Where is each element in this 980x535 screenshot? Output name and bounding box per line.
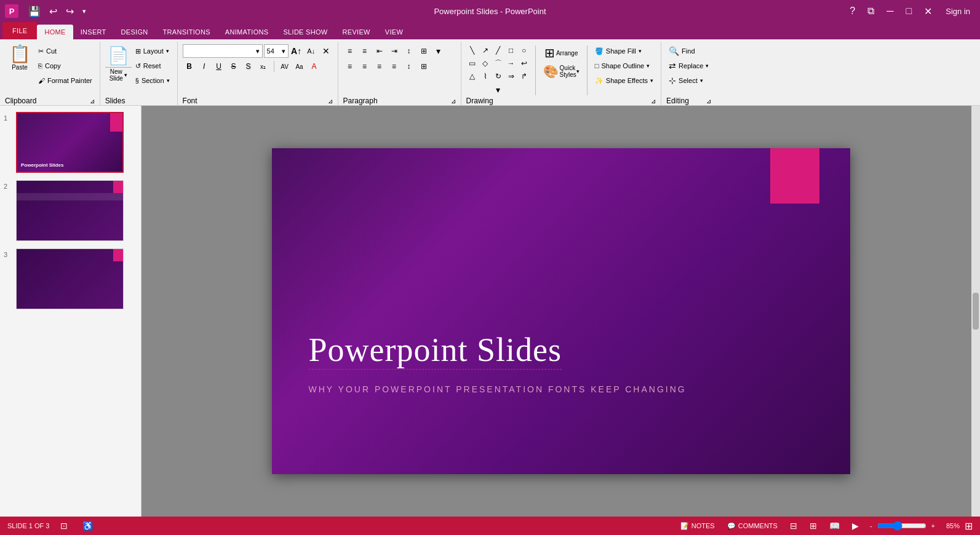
align-left-button[interactable]: ≡: [343, 60, 357, 73]
columns-button[interactable]: ⊞: [417, 44, 431, 58]
italic-button[interactable]: I: [197, 60, 211, 73]
notes-button[interactable]: 📝 NOTES: [677, 521, 719, 531]
replace-button[interactable]: ⇄ Replace ▾: [666, 59, 711, 73]
slide-sorter-button[interactable]: ⊞: [806, 520, 821, 532]
smart-art-button[interactable]: ⊞: [417, 60, 431, 73]
shadow-button[interactable]: S: [242, 60, 255, 73]
cut-button[interactable]: ✂ Cut: [36, 44, 95, 58]
shape4-tool[interactable]: ⌇: [479, 70, 492, 82]
tab-design[interactable]: DESIGN: [114, 25, 156, 39]
reset-button[interactable]: ↺ Reset: [133, 59, 172, 73]
quick-styles-button[interactable]: 🎨 QuickStyles ▾: [541, 63, 582, 80]
redo-button[interactable]: ↪: [63, 4, 76, 18]
tab-view[interactable]: VIEW: [378, 25, 410, 39]
slide-subtitle[interactable]: WHY YOUR POWERPOINT PRESENTATION FONTS K…: [309, 384, 687, 394]
text-direction-button[interactable]: ↕: [402, 60, 416, 73]
new-slide-icon-area[interactable]: 📄: [105, 44, 132, 68]
help-button[interactable]: ?: [846, 4, 859, 18]
numbering-button[interactable]: ≡: [358, 44, 372, 58]
underline-button[interactable]: U: [212, 60, 226, 73]
line-tool[interactable]: ╲: [466, 44, 479, 57]
slide-view-normal[interactable]: ⊡: [57, 520, 71, 532]
shape6-tool[interactable]: ⇒: [505, 70, 517, 82]
fit-slide-button[interactable]: ⊞: [965, 520, 973, 532]
zoom-slider[interactable]: [877, 521, 926, 531]
sign-in-label[interactable]: Sign in: [941, 4, 975, 18]
clear-format-button[interactable]: ✕: [319, 44, 333, 58]
section-button[interactable]: § Section ▾: [133, 74, 172, 87]
shape-dropdown[interactable]: ▾: [466, 83, 530, 97]
accessibility-button[interactable]: ♿: [79, 520, 97, 532]
scroll-thumb[interactable]: [973, 293, 979, 330]
font-expand[interactable]: ⊿: [328, 98, 333, 105]
font-size-arrow[interactable]: ▾: [282, 47, 285, 55]
increase-font-button[interactable]: A↑: [290, 44, 303, 58]
arrow-tool[interactable]: ↗: [479, 44, 492, 57]
tab-review[interactable]: REVIEW: [335, 25, 378, 39]
line-spacing-button[interactable]: ↕: [402, 44, 416, 58]
new-slide-arrow[interactable]: ▾: [124, 72, 127, 78]
circle-tool[interactable]: ○: [518, 44, 530, 57]
font-color-button[interactable]: A: [308, 60, 321, 73]
new-slide-label[interactable]: New Slide ▾: [108, 68, 129, 82]
font-case-button[interactable]: Aa: [293, 60, 306, 73]
zoom-plus[interactable]: +: [931, 522, 935, 529]
font-name-arrow[interactable]: ▾: [256, 47, 260, 55]
align-center-button[interactable]: ≡: [358, 60, 372, 73]
reading-view-button[interactable]: 📖: [826, 520, 843, 532]
normal-view-button[interactable]: ⊟: [786, 520, 801, 532]
rect2-tool[interactable]: ▭: [466, 57, 479, 69]
bullets-button[interactable]: ≡: [343, 44, 357, 58]
bold-button[interactable]: B: [183, 60, 196, 73]
shape-fill-button[interactable]: 🪣 Shape Fill ▾: [592, 44, 656, 58]
slide-thumb-3[interactable]: [16, 248, 124, 309]
slide-item-2[interactable]: 2: [2, 179, 138, 242]
save-button[interactable]: 💾: [26, 4, 43, 18]
editing-expand[interactable]: ⊿: [706, 98, 711, 105]
format-painter-button[interactable]: 🖌 Format Painter: [36, 74, 95, 87]
slide-item-1[interactable]: 1 Powerpoint Slides: [2, 111, 138, 174]
tab-slideshow[interactable]: SLIDE SHOW: [276, 25, 335, 39]
shape7-tool[interactable]: ↱: [518, 70, 530, 82]
tab-insert[interactable]: INSERT: [73, 25, 114, 39]
tab-home[interactable]: HOME: [37, 25, 73, 39]
maximize-button[interactable]: □: [902, 4, 916, 18]
arrow3-tool[interactable]: ↩: [518, 57, 530, 69]
paste-button[interactable]: 📋 Paste: [5, 44, 34, 72]
new-slide-button[interactable]: 📄 New Slide ▾: [105, 44, 132, 82]
slide-main-title[interactable]: Powerpoint Slides: [309, 331, 562, 370]
diamond-tool[interactable]: ◇: [479, 57, 492, 69]
arrow2-tool[interactable]: →: [505, 57, 517, 69]
shape-outline-button[interactable]: □ Shape Outline ▾: [592, 59, 656, 73]
tab-animations[interactable]: ANIMATIONS: [218, 25, 276, 39]
layout-button[interactable]: ⊞ Layout ▾: [133, 44, 172, 58]
slideshow-button[interactable]: ▶: [848, 520, 862, 532]
paragraph-expand[interactable]: ⊿: [451, 98, 456, 105]
rect-tool[interactable]: □: [505, 44, 517, 57]
shape3-tool[interactable]: △: [466, 70, 479, 82]
clipboard-expand[interactable]: ⊿: [90, 98, 95, 105]
inc-indent-button[interactable]: ⇥: [388, 44, 401, 58]
tab-transitions[interactable]: TRANSITIONS: [156, 25, 218, 39]
customize-button[interactable]: ▾: [80, 6, 89, 17]
drawing-expand[interactable]: ⊿: [651, 98, 656, 105]
shape-effects-button[interactable]: ✨ Shape Effects ▾: [592, 74, 656, 87]
copy-button[interactable]: ⎘ Copy: [36, 59, 95, 73]
quick-styles-arrow[interactable]: ▾: [576, 68, 580, 74]
font-name-input[interactable]: ▾: [183, 44, 263, 58]
arc-tool[interactable]: ⌒: [492, 57, 504, 69]
vertical-scrollbar[interactable]: [971, 106, 980, 517]
comments-button[interactable]: 💬 COMMENTS: [723, 521, 781, 531]
line2-tool[interactable]: ╱: [492, 44, 504, 57]
align-right-button[interactable]: ≡: [373, 60, 386, 73]
undo-button[interactable]: ↩: [47, 4, 60, 18]
dec-indent-button[interactable]: ⇤: [373, 44, 386, 58]
para-dropdown[interactable]: ▾: [432, 44, 445, 58]
char-spacing-button[interactable]: AV: [278, 60, 292, 73]
strikethrough-button[interactable]: S: [227, 60, 241, 73]
zoom-minus[interactable]: -: [870, 522, 872, 529]
shape5-tool[interactable]: ↻: [492, 70, 504, 82]
slide-thumb-2[interactable]: [16, 180, 124, 241]
select-button[interactable]: ⊹ Select ▾: [666, 74, 706, 87]
decrease-font-button[interactable]: A↓: [305, 44, 318, 58]
